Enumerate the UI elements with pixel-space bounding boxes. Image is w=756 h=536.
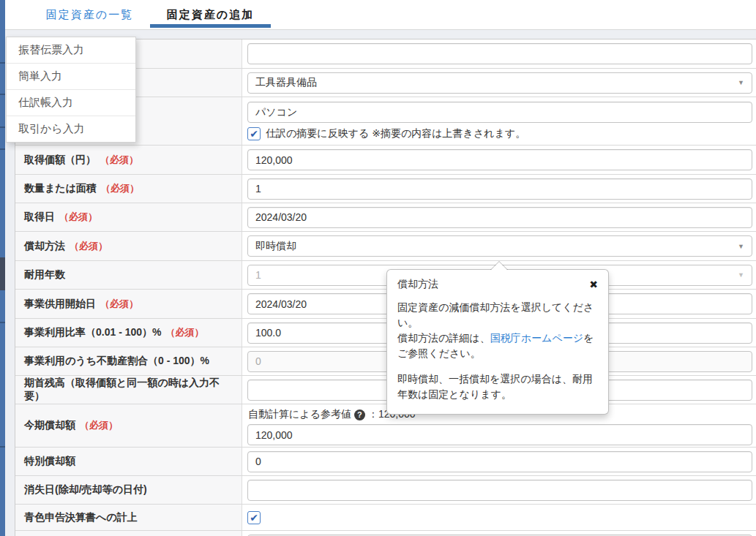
- close-icon[interactable]: ✖: [589, 279, 598, 290]
- table-row: 耐用年数 1 ▼: [15, 261, 756, 290]
- table-row: 事業利用比率（0.01 - 100）% （必須）: [15, 319, 756, 347]
- sidebar-strip-divider: [0, 148, 5, 150]
- tab-bar: 固定資産の一覧 固定資産の追加: [5, 0, 756, 30]
- input-method-dropdown-menu: 振替伝票入力 簡単入力 仕訳帳入力 取引から入力: [6, 37, 136, 143]
- required-badge: （必須）: [70, 240, 108, 253]
- journal-memo-checkbox[interactable]: ✔: [247, 127, 261, 140]
- field-label: 期首残高（取得価額と同一額の時は入力不要）: [24, 377, 236, 403]
- field-label: 青色申告決算書への計上: [24, 511, 138, 524]
- tab-asset-list[interactable]: 固定資産の一覧: [29, 0, 150, 29]
- table-row: 償却方法 （必須） 即時償却 ▼: [15, 232, 756, 261]
- required-badge: （必須）: [166, 326, 204, 339]
- table-row: 青色申告決算書への計上 ✔: [15, 505, 756, 531]
- sidebar-strip-divider: [0, 446, 5, 448]
- select-value: 即時償却: [255, 240, 296, 253]
- select-value: 工具器具備品: [255, 76, 317, 89]
- table-row: 今期償却額 （必須） 自動計算による参考値 ? ：120,000: [15, 404, 756, 448]
- asset-name-input[interactable]: [247, 102, 752, 123]
- field-label: 取得日: [24, 211, 55, 224]
- required-badge: （必須）: [100, 154, 138, 167]
- table-row: 取得価額（円） （必須）: [15, 146, 756, 175]
- table-row: 事業利用のうち不動産割合（0 - 100）%: [15, 347, 756, 376]
- field-label: 特別償却額: [24, 455, 75, 468]
- required-badge: （必須）: [101, 182, 139, 195]
- field-label: 取得価額（円）: [24, 154, 96, 167]
- journal-memo-checkbox-label: 仕訳の摘要に反映する ※摘要の内容は上書きされます。: [266, 127, 525, 140]
- depreciation-method-tooltip: 償却方法 ✖ 固定資産の減価償却方法を選択してください。 償却方法の詳細は、国税…: [386, 269, 609, 415]
- tab-asset-add[interactable]: 固定資産の追加: [150, 0, 271, 29]
- sidebar-strip-divider: [0, 62, 5, 64]
- table-row: 消失日(除却/売却等の日付): [15, 476, 756, 505]
- sidebar-strip-divider: [0, 94, 5, 95]
- quantity-input[interactable]: [247, 178, 752, 200]
- sidebar-strip-active-item: [0, 257, 5, 290]
- chevron-down-icon: ▼: [738, 243, 744, 250]
- tooltip-title: 償却方法: [397, 278, 438, 291]
- menu-item-journal-entry[interactable]: 仕訳帳入力: [7, 90, 135, 116]
- required-badge: （必須）: [100, 298, 138, 311]
- chevron-down-icon: ▼: [738, 79, 744, 86]
- auto-calc-reference-text: 自動計算による参考値: [248, 408, 351, 421]
- tooltip-text-line1: 固定資産の減価償却方法を選択してください。: [397, 301, 594, 328]
- current-depreciation-input[interactable]: [247, 424, 752, 445]
- asset-field-1-input[interactable]: [247, 43, 752, 64]
- tooltip-text-line2-pre: 償却方法の詳細は、: [397, 332, 490, 344]
- field-label: 事業利用比率（0.01 - 100）%: [24, 326, 162, 339]
- tooltip-text-paragraph2: 即時償却、一括償却を選択の場合は、耐用年数は固定となります。: [397, 371, 598, 402]
- check-icon: ✔: [250, 513, 258, 523]
- field-label: 事業供用開始日: [24, 298, 96, 311]
- sidebar-strip-divider: [0, 322, 5, 323]
- sidebar-strip: [0, 0, 5, 536]
- account-category-select[interactable]: 工具器具備品 ▼: [247, 72, 752, 94]
- field-label: 消失日(除却/売却等の日付): [24, 483, 147, 497]
- table-row: 取得日 （必須）: [15, 203, 756, 232]
- special-depreciation-input[interactable]: [247, 451, 752, 472]
- menu-item-from-transactions[interactable]: 取引から入力: [7, 116, 135, 142]
- acquisition-date-input[interactable]: [247, 207, 752, 228]
- field-label: 事業利用のうち不動産割合（0 - 100）%: [24, 355, 209, 368]
- field-label: 耐用年数: [24, 268, 65, 282]
- table-row: 特別償却額: [15, 448, 756, 476]
- depreciation-method-select[interactable]: 即時償却 ▼: [247, 235, 752, 257]
- field-label: 今期償却額: [24, 419, 75, 432]
- table-row: 数量または面積 （必須）: [15, 175, 756, 203]
- chevron-down-icon: ▼: [738, 271, 744, 279]
- menu-item-transfer-slip-entry[interactable]: 振替伝票入力: [7, 37, 135, 64]
- select-value: 1: [255, 269, 261, 281]
- menu-item-simple-entry[interactable]: 簡単入力: [7, 64, 135, 90]
- table-row: 事業供用開始日 （必須）: [15, 290, 756, 319]
- disposal-date-input[interactable]: [247, 480, 752, 501]
- help-icon[interactable]: ?: [354, 409, 365, 420]
- acquisition-cost-input[interactable]: [247, 149, 752, 170]
- table-row: [15, 531, 756, 536]
- required-badge: （必須）: [59, 211, 97, 224]
- sidebar-strip-divider: [0, 127, 5, 128]
- table-row: 期首残高（取得価額と同一額の時は入力不要）: [15, 376, 756, 404]
- field-label: 数量または面積: [24, 182, 97, 195]
- field-label: 償却方法: [24, 240, 65, 253]
- blue-return-checkbox[interactable]: ✔: [247, 511, 261, 524]
- required-badge: （必須）: [80, 419, 118, 432]
- check-icon: ✔: [250, 129, 258, 139]
- nta-homepage-link[interactable]: 国税庁ホームページ: [490, 332, 583, 344]
